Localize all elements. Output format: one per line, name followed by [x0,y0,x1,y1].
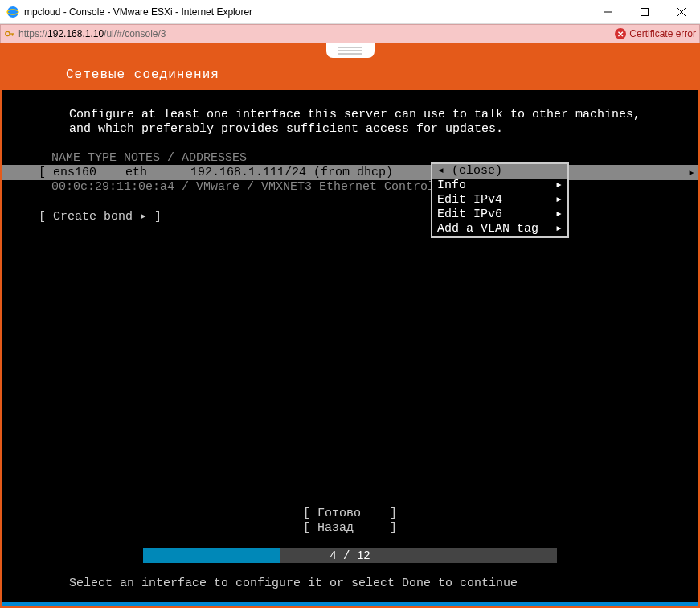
minimize-button[interactable] [589,0,626,24]
cert-error-icon: ✕ [615,28,626,39]
handle-line-icon [338,47,362,48]
maximize-icon [641,8,649,16]
progress-label: 4 / 12 [330,549,370,562]
svg-point-0 [7,6,18,18]
chevron-right-icon: ▸ [555,193,563,207]
menu-item-info[interactable]: Info ▸ [432,179,567,193]
menu-item-label: Edit IPv6 [437,207,502,222]
progress-row: 4 / 12 [143,548,557,563]
interface-context-menu: ◂ (close) Info ▸ Edit IPv4 ▸ Edit IPv6 ▸… [431,162,569,238]
handle-line-icon [338,50,362,51]
instructions: Configure at least one interface this se… [2,108,698,137]
instructions-line: Configure at least one interface this se… [2,108,698,122]
cert-error-label: Certificate error [629,28,696,39]
url-text: https://192.168.1.10/ui/#/console/3 [18,28,615,39]
handle-line-icon [338,53,362,55]
window-titlebar: mpcloud - Console - VMware ESXi - Intern… [0,0,700,24]
menu-item-add-vlan[interactable]: Add a VLAN tag ▸ [432,222,567,236]
svg-point-6 [6,31,10,35]
url-path: /ui/#/console/3 [104,28,166,39]
close-icon [677,8,686,16]
maximize-button[interactable] [626,0,663,24]
address-bar[interactable]: https://192.168.1.10/ui/#/console/3 ✕ Ce… [0,24,700,43]
url-host: 192.168.1.10 [47,28,104,39]
hint-text: Select an interface to configure it or s… [69,577,518,590]
menu-item-label: Edit IPv4 [437,193,502,207]
ie-icon [6,6,19,18]
instructions-line: and which preferably provides sufficient… [2,122,698,137]
column-headers: NAME TYPE NOTES / ADDRESSES [2,151,698,165]
window-buttons [589,0,700,24]
menu-item-label: ◂ (close) [437,164,502,179]
installer-title: Сетевые соединения [66,68,219,82]
certificate-error[interactable]: ✕ Certificate error [615,28,696,39]
key-icon [4,28,15,39]
minimize-icon [604,8,612,16]
url-scheme: https:// [18,28,47,39]
progress-fill [143,548,280,563]
terminal-body: Configure at least one interface this se… [2,90,698,606]
chevron-right-icon: ▸ [555,222,563,236]
chevron-right-icon: ▸ [555,179,563,193]
menu-item-edit-ipv6[interactable]: Edit IPv6 ▸ [432,207,567,222]
nav-buttons: [ Готово ] [ Назад ] [2,507,698,536]
menu-item-close[interactable]: ◂ (close) [432,164,567,179]
drawer-handle[interactable] [326,43,375,58]
window-title: mpcloud - Console - VMware ESXi - Intern… [24,6,589,18]
interface-row-text: [ ens160 eth 192.168.1.111/24 (from dhcp… [39,166,393,179]
menu-item-edit-ipv4[interactable]: Edit IPv4 ▸ [432,193,567,207]
chevron-right-icon: ▸ [555,207,563,222]
close-button[interactable] [663,0,700,24]
svg-rect-3 [641,8,649,15]
progress-bar: 4 / 12 [143,548,557,563]
create-bond-button[interactable]: [ Create bond ▸ ] [2,208,698,224]
chevron-right-icon: ▸ [688,165,695,180]
menu-item-label: Info [437,179,466,193]
menu-item-label: Add a VLAN tag [437,222,538,236]
done-button[interactable]: [ Готово ] [2,507,698,521]
bottom-accent-strip [2,602,698,606]
back-button[interactable]: [ Назад ] [2,521,698,536]
interface-row-ens160[interactable]: [ ens160 eth 192.168.1.111/24 (from dhcp… [2,165,698,180]
console-viewport: Сетевые соединения Configure at least on… [0,43,700,608]
interface-detail: 00:0c:29:11:0e:a4 / VMware / VMXNET3 Eth… [2,180,698,194]
